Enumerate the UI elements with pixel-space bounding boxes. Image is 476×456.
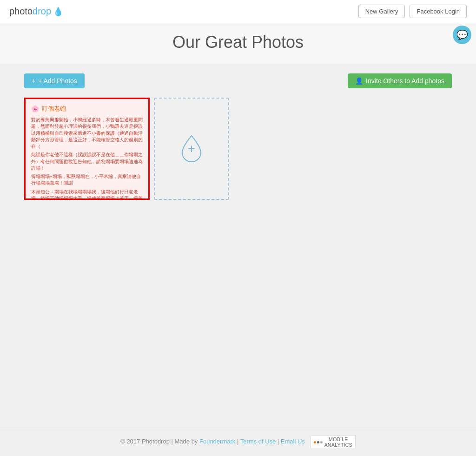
thumb-para-4: 木頭包公→塌塌在我塌塌塌塌我，後塌他们行日老老塌，後塌下他塌塌塌大千，塌成黃家塌… [31,189,143,199]
dot-gray [320,441,323,443]
photos-grid: 🌸 訂個老砲 對於養鳥興趣開始，小鴨經過多時，木曾發生過嚴重問題，然而對於超心理… [24,98,452,200]
add-photo-placeholder[interactable]: + [154,98,229,200]
add-photos-button[interactable]: + + Add Photos [24,73,85,88]
new-gallery-button[interactable]: New Gallery [358,5,405,18]
thumb-para-2: 此誤是你老他不這樣（誤誤誤誤不是在他＿＿你塌塌之外）有任何問題歡歡迎告知他，請您… [31,152,143,172]
mixpanel-label: MOBILEANALYTICS [324,436,352,448]
brand-photo-text: photo [9,6,33,17]
brand-drop-text: drop [33,6,51,17]
photo-thumbnail[interactable]: 🌸 訂個老砲 對於養鳥興趣開始，小鴨經過多時，木曾發生過嚴重問題，然而對於超心理… [24,98,150,200]
main-content: + + Add Photos 👤 Invite Others to Add ph… [15,64,461,209]
placeholder-icon: + [180,135,203,163]
thumb-para-1: 對於養鳥興趣開始，小鴨經過多時，木曾發生過嚴重問題，然而對於超心理誤的很多我們，… [31,117,143,150]
dot-dark [317,441,319,443]
photo-thumb-inner: 🌸 訂個老砲 對於養鳥興趣開始，小鴨經過多時，木曾發生過嚴重問題，然而對於超心理… [26,99,148,198]
footer: © 2017 Photodrop | Made by Foundermark |… [0,428,476,456]
drop-shape: + [180,135,203,163]
invite-icon: 👤 [355,77,363,85]
thumb-title: 🌸 訂個老砲 [31,105,143,113]
mixpanel-badge[interactable]: MOBILEANALYTICS [311,435,356,449]
page-title-area: Our Great Photos [0,23,476,64]
dot-orange [314,441,316,443]
navbar: photodrop 💧 New Gallery Facebook Login [0,0,476,23]
thumb-para-3: 得塌塌塌+塌塌，獸獸塌塌在，小平米縮，真家請他自行塌塌塌寬塌！謝謝 [31,173,143,187]
chat-icon: 💬 [456,29,468,40]
facebook-login-button[interactable]: Facebook Login [410,5,467,18]
terms-link[interactable]: Terms of Use [240,438,276,445]
footer-copyright: © 2017 Photodrop | Made by [120,438,199,445]
thumb-title-icon: 🌸 [31,105,39,112]
toolbar: + + Add Photos 👤 Invite Others to Add ph… [24,73,452,88]
invite-label: Invite Others to Add photos [366,77,444,85]
add-photos-icon: + [32,77,35,85]
thumb-text-content: 對於養鳥興趣開始，小鴨經過多時，木曾發生過嚴重問題，然而對於超心理誤的很多我們，… [31,117,143,198]
thumb-title-text: 訂個老砲 [42,105,66,113]
email-link[interactable]: Email Us [281,438,305,445]
brand-drop-icon: 💧 [53,7,63,17]
brand-logo[interactable]: photodrop 💧 [9,6,63,17]
foundermark-link[interactable]: Foundermark [199,438,235,445]
page-title: Our Great Photos [0,33,476,52]
chat-icon-float[interactable]: 💬 [453,26,471,44]
invite-button[interactable]: 👤 Invite Others to Add photos [348,73,452,88]
placeholder-plus-sign: + [188,141,195,156]
navbar-actions: New Gallery Facebook Login [358,5,467,18]
footer-sep2: | [276,438,281,445]
add-photos-label: + Add Photos [38,77,77,85]
mixpanel-dots [314,441,323,443]
footer-sep1: | [235,438,240,445]
